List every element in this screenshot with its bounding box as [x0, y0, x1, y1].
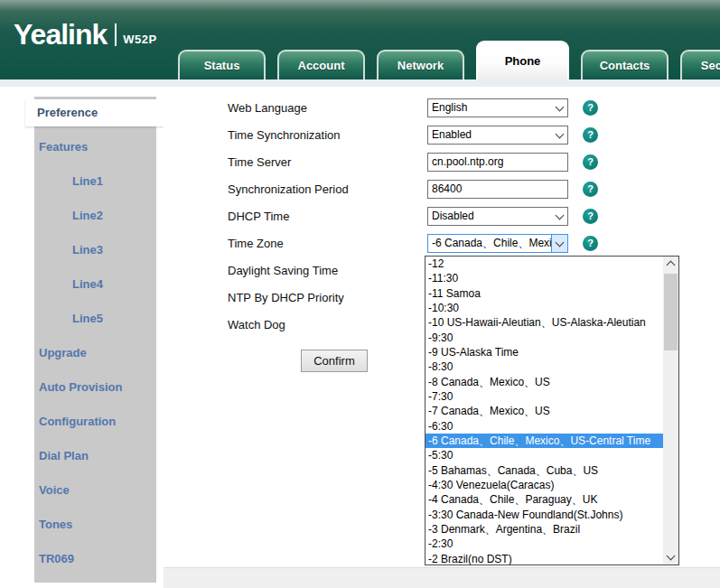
- select-value: -6 Canada、Chile、Mexic: [428, 235, 551, 252]
- scroll-down-button[interactable]: [663, 549, 678, 565]
- scrollbar-thumb[interactable]: [664, 274, 678, 350]
- daylight-saving-time-label: Daylight Saving Time: [228, 257, 338, 285]
- tab-contacts[interactable]: Contacts: [581, 50, 669, 79]
- form-row-web-language: Web LanguageEnglish?: [228, 95, 715, 122]
- timezone-option[interactable]: -10:30: [425, 301, 663, 315]
- timezone-option[interactable]: -11 Samoa: [425, 286, 663, 301]
- dropdown-scrollbar[interactable]: [663, 257, 678, 565]
- select-value: Enabled: [428, 126, 552, 144]
- timezone-option[interactable]: -9 US-Alaska Time: [425, 345, 663, 359]
- form-row-dhcp-time: DHCP TimeDisabled?: [228, 203, 715, 230]
- chevron-up-icon: [667, 261, 676, 270]
- chevron-down-icon: [552, 99, 567, 117]
- ntp-by-dhcp-priority-label: NTP By DHCP Priority: [228, 285, 344, 312]
- sidebar-item-line1[interactable]: Line1: [34, 168, 156, 195]
- timezone-option[interactable]: -8:30: [425, 359, 663, 374]
- sidebar-item-tr069[interactable]: TR069: [34, 546, 156, 573]
- tab-bar: StatusAccountNetworkPhoneContactsSecurit…: [178, 41, 720, 79]
- sidebar-item-preference[interactable]: Preference: [25, 99, 164, 126]
- form-row-time-synchronization: Time SynchronizationEnabled?: [228, 122, 715, 149]
- help-icon[interactable]: ?: [583, 127, 598, 143]
- timezone-option[interactable]: -5 Bahamas、Canada、Cuba、US: [425, 463, 663, 478]
- sidebar-item-features[interactable]: Features: [34, 134, 156, 161]
- timezone-option[interactable]: -8 Canada、Mexico、US: [425, 375, 663, 389]
- sidebar-item-configuration[interactable]: Configuration: [34, 408, 156, 435]
- dhcp-time-label: DHCP Time: [228, 203, 289, 230]
- web-language-select[interactable]: English: [427, 98, 568, 117]
- form-row-time-zone: Time Zone-6 Canada、Chile、Mexic?: [228, 230, 715, 257]
- chevron-down-icon: [556, 210, 565, 219]
- timezone-option[interactable]: -4 Canada、Chile、Paraguay、UK: [425, 492, 663, 507]
- synchronization-period-input[interactable]: 86400: [427, 180, 568, 199]
- logo-model-text: W52P: [123, 33, 156, 46]
- sidebar-item-line2[interactable]: Line2: [34, 202, 156, 229]
- scroll-up-button[interactable]: [663, 257, 678, 272]
- sidebar-item-auto-provision[interactable]: Auto Provision: [34, 374, 156, 401]
- sidebar-item-line3[interactable]: Line3: [34, 237, 156, 264]
- sidebar-item-dial-plan[interactable]: Dial Plan: [34, 443, 156, 470]
- sidebar-item-line5[interactable]: Line5: [34, 305, 156, 332]
- timezone-option[interactable]: -6:30: [425, 419, 663, 434]
- header-underline: [0, 79, 720, 87]
- chevron-down-icon: [551, 235, 567, 252]
- help-icon[interactable]: ?: [583, 154, 598, 170]
- chevron-down-icon: [556, 129, 565, 138]
- timezone-option[interactable]: -6 Canada、Chile、Mexico、US-Central Time: [425, 434, 663, 448]
- tab-network[interactable]: Network: [377, 50, 464, 79]
- dhcp-time-select[interactable]: Disabled: [427, 207, 568, 226]
- yealink-web-ui: Yealink W52P StatusAccountNetworkPhoneCo…: [0, 0, 720, 588]
- time-zone-label: Time Zone: [228, 230, 284, 257]
- help-icon[interactable]: ?: [583, 236, 598, 251]
- logo-text: Yealink: [14, 20, 107, 49]
- time-synchronization-label: Time Synchronization: [228, 122, 341, 149]
- time-synchronization-select[interactable]: Enabled: [427, 126, 568, 145]
- timezone-option-list: -12-11:30-11 Samoa-10:30-10 US-Hawaii-Al…: [425, 257, 663, 565]
- chevron-down-icon: [552, 126, 567, 144]
- page-footer-area: [164, 567, 720, 588]
- header: Yealink W52P StatusAccountNetworkPhoneCo…: [0, 0, 720, 79]
- tab-security[interactable]: Security: [680, 50, 720, 79]
- web-language-label: Web Language: [228, 95, 307, 122]
- sidebar-item-tones[interactable]: Tones: [34, 511, 156, 538]
- timezone-dropdown: -12-11:30-11 Samoa-10:30-10 US-Hawaii-Al…: [425, 256, 679, 565]
- time-server-label: Time Server: [228, 149, 291, 176]
- select-value: Disabled: [428, 208, 552, 225]
- time-zone-select[interactable]: -6 Canada、Chile、Mexic: [427, 234, 568, 253]
- timezone-option[interactable]: -3:30 Canada-New Foundland(St.Johns): [425, 508, 663, 522]
- watch-dog-label: Watch Dog: [228, 312, 285, 339]
- timezone-option[interactable]: -12: [425, 257, 663, 271]
- tab-account[interactable]: Account: [277, 50, 365, 79]
- help-icon[interactable]: ?: [583, 209, 598, 224]
- sidebar: PreferenceFeaturesLine1Line2Line3Line4Li…: [34, 97, 156, 583]
- form-row-synchronization-period: Synchronization Period86400?: [228, 176, 715, 203]
- timezone-option[interactable]: -3 Denmark、Argentina、Brazil: [425, 522, 663, 537]
- help-icon[interactable]: ?: [583, 100, 598, 116]
- timezone-option[interactable]: -9:30: [425, 331, 663, 345]
- logo-divider: [115, 23, 117, 46]
- timezone-option[interactable]: -4:30 Venezuela(Caracas): [425, 478, 663, 492]
- chevron-down-icon: [552, 208, 567, 225]
- select-value: English: [428, 99, 552, 117]
- time-server-input[interactable]: cn.pool.ntp.org: [427, 153, 568, 172]
- chevron-down-icon: [667, 552, 676, 561]
- timezone-option[interactable]: -5:30: [425, 448, 663, 462]
- timezone-option[interactable]: -2:30: [425, 537, 663, 551]
- sidebar-item-upgrade[interactable]: Upgrade: [34, 340, 156, 367]
- synchronization-period-label: Synchronization Period: [228, 176, 349, 203]
- chevron-down-icon: [556, 238, 565, 247]
- sidebar-item-voice[interactable]: Voice: [34, 477, 156, 504]
- confirm-button[interactable]: Confirm: [301, 350, 368, 372]
- timezone-option[interactable]: -2 Brazil(no DST): [425, 552, 663, 565]
- sidebar-item-line4[interactable]: Line4: [34, 271, 156, 298]
- timezone-option[interactable]: -10 US-Hawaii-Aleutian、US-Alaska-Aleutia…: [425, 315, 663, 330]
- timezone-option[interactable]: -11:30: [425, 271, 663, 285]
- yealink-logo: Yealink W52P: [14, 20, 157, 49]
- form-row-time-server: Time Servercn.pool.ntp.org?: [228, 149, 715, 176]
- tab-phone[interactable]: Phone: [476, 41, 569, 79]
- timezone-option[interactable]: -7:30: [425, 389, 663, 404]
- chevron-down-icon: [556, 102, 565, 111]
- tab-status[interactable]: Status: [178, 50, 266, 79]
- help-icon[interactable]: ?: [583, 182, 598, 197]
- timezone-option[interactable]: -7 Canada、Mexico、US: [425, 404, 663, 418]
